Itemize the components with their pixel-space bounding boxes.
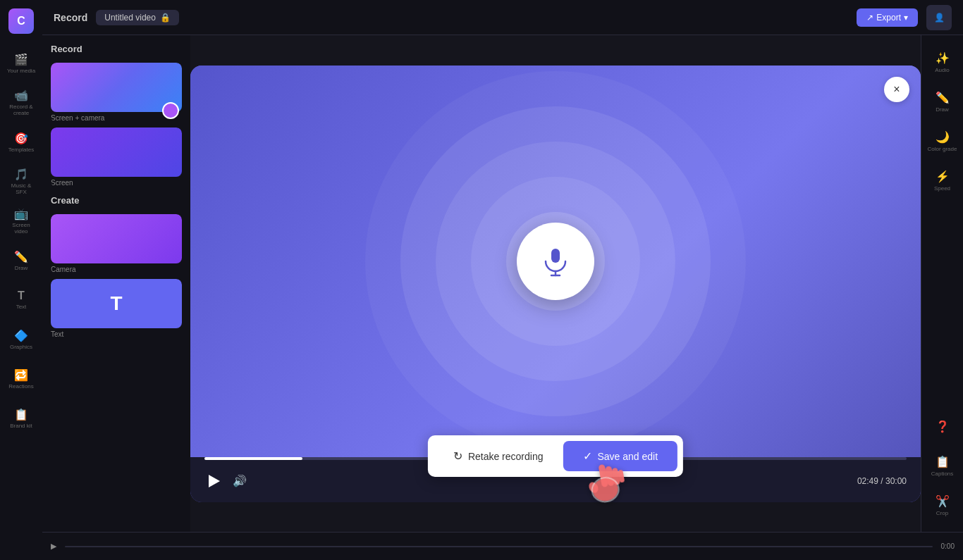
tab-label: Untitled video — [104, 13, 156, 23]
close-icon: × — [893, 83, 900, 96]
media-icon: 🎬 — [14, 53, 28, 66]
volume-button[interactable]: 🔊 — [233, 474, 247, 487]
play-button[interactable] — [204, 471, 224, 491]
topbar: Record Untitled video 🔒 ↗ Export ▾ 👤 — [42, 0, 963, 35]
retake-label: Retake recording — [468, 451, 544, 462]
thumb-text[interactable]: T Text — [51, 279, 182, 338]
right-item-speed[interactable]: ⚡ Speed — [927, 162, 958, 199]
speed-icon: ⚡ — [936, 170, 950, 183]
create-title: Create — [51, 195, 182, 206]
right-item-audio[interactable]: ✨ Audio — [927, 44, 958, 80]
thumb-label-2: Screen — [51, 179, 182, 187]
templates-icon: 🎯 — [14, 132, 28, 145]
mic-icon — [540, 246, 571, 277]
modal-overlay: × — [190, 35, 921, 532]
sidebar-item-record[interactable]: 📹 Record & create — [6, 85, 37, 121]
sidebar-item-reactions[interactable]: 🔁 Reactions — [6, 361, 37, 397]
right-item-color[interactable]: 🌙 Color grade — [927, 123, 958, 159]
thumb-screen[interactable]: Screen — [51, 127, 182, 187]
timeline-bar: ▶ 0:00 — [42, 532, 963, 560]
action-buttons: ↻ Retake recording ✓ Save and edit — [428, 435, 683, 477]
modal-visualization — [190, 66, 921, 457]
timeline-track[interactable] — [65, 546, 933, 547]
content-area: Record Screen + camera Screen Create — [42, 35, 963, 532]
thumb-label-3: Camera — [51, 266, 182, 273]
sidebar-item-brand[interactable]: 📋 Brand kit — [6, 400, 37, 437]
retake-recording-button[interactable]: ↻ Retake recording — [434, 441, 563, 471]
canvas-area[interactable]: × — [190, 35, 921, 532]
export-icon: ↗ — [866, 13, 873, 23]
svg-rect-0 — [551, 249, 560, 263]
reactions-icon: 🔁 — [14, 368, 28, 382]
main-area: Record Untitled video 🔒 ↗ Export ▾ 👤 Rec… — [42, 0, 963, 560]
draw-icon: ✏️ — [14, 250, 28, 263]
app-logo[interactable]: C — [8, 8, 34, 34]
help-icon: ❓ — [936, 420, 950, 433]
play-icon — [209, 475, 220, 487]
right-draw-icon: ✏️ — [936, 91, 950, 104]
tab-close-icon[interactable]: 🔒 — [160, 13, 171, 23]
captions-icon: 📋 — [936, 455, 950, 468]
music-icon: 🎵 — [14, 168, 28, 181]
audio-icon: ✨ — [936, 51, 950, 65]
color-grade-icon: 🌙 — [936, 130, 950, 144]
sidebar-item-your-media[interactable]: 🎬 Your media — [6, 45, 37, 82]
screen-icon: 📺 — [14, 207, 28, 220]
sidebar-item-templates[interactable]: 🎯 Templates — [6, 124, 37, 161]
modal-close-button[interactable]: × — [884, 77, 909, 102]
text-icon: T — [18, 290, 25, 302]
sidebar-item-screen-video[interactable]: 📺 Screen video — [6, 203, 37, 239]
right-panel: ✨ Audio ✏️ Draw 🌙 Color grade ⚡ Speed — [921, 35, 963, 532]
thumb-screen-camera[interactable]: Screen + camera — [51, 63, 182, 122]
volume-icon: 🔊 — [233, 475, 247, 487]
sidebar-item-graphics[interactable]: 🔷 Graphics — [6, 321, 37, 358]
sidebar-item-music[interactable]: 🎵 Music & SFX — [6, 163, 37, 200]
export-chevron-icon: ▾ — [904, 13, 908, 23]
user-avatar[interactable]: 👤 — [926, 5, 952, 30]
graphics-icon: 🔷 — [14, 329, 28, 342]
sidebar-item-draw[interactable]: ✏️ Draw — [6, 242, 37, 279]
sidebar-item-text[interactable]: T Text — [6, 282, 37, 318]
left-panel: Record Screen + camera Screen Create — [42, 35, 190, 532]
timeline-time: 0:00 — [941, 542, 955, 550]
export-label: Export — [876, 13, 901, 23]
video-tab[interactable]: Untitled video 🔒 — [96, 10, 179, 25]
crop-icon: ✂️ — [936, 494, 950, 508]
right-item-draw[interactable]: ✏️ Draw — [927, 83, 958, 120]
panel-title: Record — [51, 44, 182, 54]
time-display: 02:49 / 30:00 — [857, 476, 907, 486]
brand-icon: 📋 — [14, 408, 28, 421]
thumb-label-4: Text — [51, 330, 182, 338]
right-item-captions[interactable]: 📋 Captions — [927, 447, 958, 484]
export-button[interactable]: ↗ Export ▾ — [857, 8, 918, 27]
right-item-crop[interactable]: ✂️ Crop — [927, 487, 958, 523]
app-title: Record — [54, 12, 87, 23]
retake-icon: ↻ — [453, 449, 462, 463]
thumb-label-1: Screen + camera — [51, 114, 182, 122]
record-icon: 📹 — [14, 89, 28, 102]
microphone-button[interactable] — [517, 223, 594, 300]
timeline-placeholder: ▶ — [51, 542, 56, 551]
right-item-help[interactable]: ❓ — [927, 408, 958, 444]
thumb-camera[interactable]: Camera — [51, 214, 182, 273]
left-sidebar: C 🎬 Your media 📹 Record & create 🎯 Templ… — [0, 0, 42, 560]
